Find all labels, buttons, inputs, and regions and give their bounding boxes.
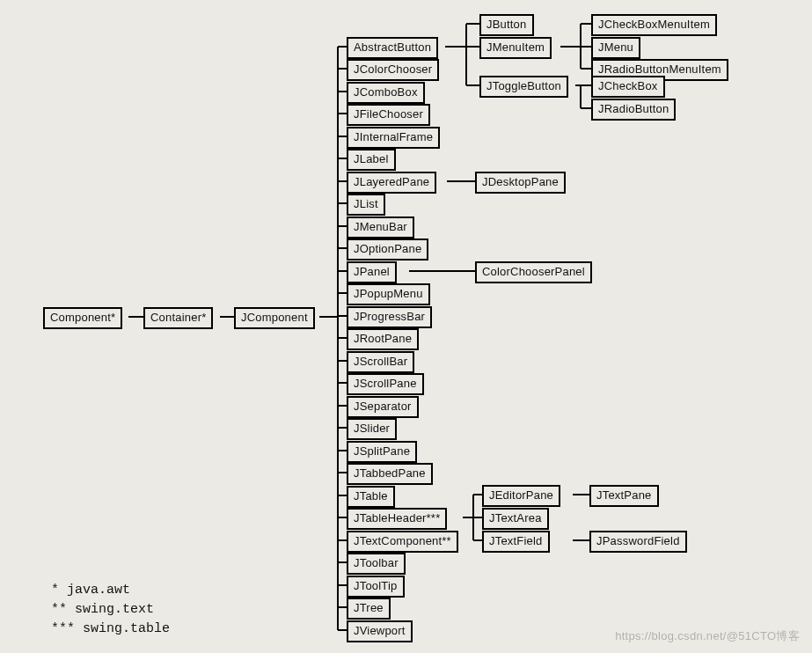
node-container: Container* [143, 307, 213, 329]
node-jtextcomponent: JTextComponent** [347, 531, 458, 553]
node-jtextarea: JTextArea [482, 508, 549, 530]
node-jfilechooser: JFileChooser [347, 104, 430, 126]
node-jseparator: JSeparator [347, 396, 419, 418]
node-component: Component* [43, 307, 122, 329]
node-jpasswordfield: JPasswordField [589, 531, 687, 553]
node-jtabbedpane: JTabbedPane [347, 463, 433, 485]
node-jsplitpane: JSplitPane [347, 441, 417, 463]
node-jcheckboxmenuitem: JCheckBoxMenuItem [591, 14, 717, 36]
node-jcheckbox: JCheckBox [591, 76, 665, 98]
node-jtableheader: JTableHeader*** [347, 508, 447, 530]
node-jdesktoppane: JDesktopPane [475, 172, 566, 194]
node-jprogressbar: JProgressBar [347, 306, 432, 328]
legend-line-1: * java.awt [51, 581, 170, 600]
node-joptionpane: JOptionPane [347, 238, 428, 260]
node-jinternalframe: JInternalFrame [347, 127, 440, 149]
node-jpanel: JPanel [347, 261, 397, 283]
legend: * java.awt ** swing.text *** swing.table [51, 581, 170, 639]
node-jslider: JSlider [347, 418, 397, 440]
node-jtree: JTree [347, 598, 391, 620]
node-jpopupmenu: JPopupMenu [347, 283, 430, 305]
node-jviewport: JViewport [347, 620, 413, 642]
node-jeditorpane: JEditorPane [482, 485, 560, 507]
legend-line-3: *** swing.table [51, 620, 170, 639]
legend-line-2: ** swing.text [51, 600, 170, 620]
node-jcomponent: JComponent [234, 307, 315, 329]
node-jscrollbar: JScrollBar [347, 351, 414, 373]
node-jlabel: JLabel [347, 149, 396, 171]
node-jcombobox: JComboBox [347, 82, 425, 104]
node-jmenuitem: JMenuItem [479, 37, 552, 59]
node-colorchooserpanel: ColorChooserPanel [475, 261, 592, 283]
node-jtoolbar: JToolbar [347, 553, 406, 575]
node-jcolorchooser: JColorChooser [347, 59, 439, 81]
node-abstractbutton: AbstractButton [347, 37, 438, 59]
node-jmenu: JMenu [591, 37, 640, 59]
node-jlayeredpane: JLayeredPane [347, 172, 436, 194]
footer-watermark: https://blog.csdn.net/@51CTO博客 [615, 628, 800, 644]
node-jtable: JTable [347, 486, 395, 508]
node-jmenubar: JMenuBar [347, 216, 414, 238]
node-jscrollpane: JScrollPane [347, 373, 424, 395]
node-jtextfield: JTextField [482, 531, 550, 553]
node-jtextpane: JTextPane [589, 485, 659, 507]
node-jlist: JList [347, 194, 385, 216]
node-jtooltip: JToolTip [347, 576, 405, 598]
node-jradiobutton: JRadioButton [591, 99, 676, 121]
node-jtogglebutton: JToggleButton [479, 76, 568, 98]
node-jbutton: JButton [479, 14, 534, 36]
node-jrootpane: JRootPane [347, 328, 419, 350]
